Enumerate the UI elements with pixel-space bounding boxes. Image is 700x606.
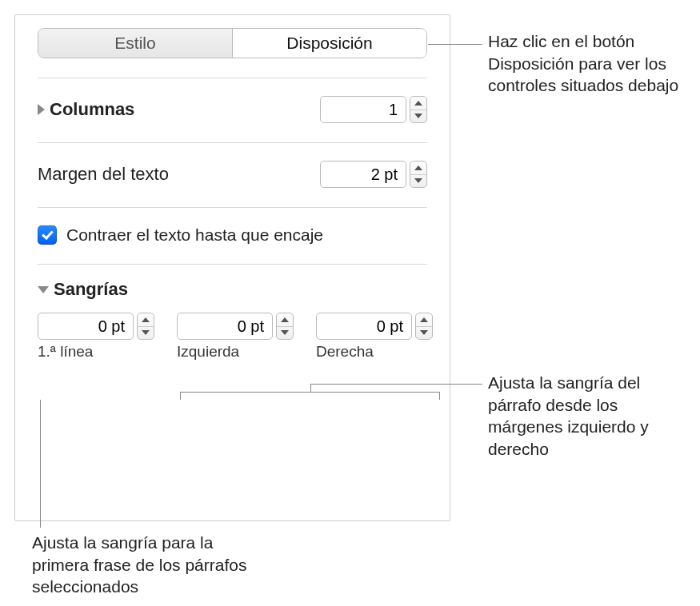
columns-label[interactable]: Columnas (38, 99, 134, 120)
text-margin-label: Margen del texto (38, 164, 169, 185)
chevron-up-icon (414, 165, 422, 170)
callout-layout: Haz clic en el botón Disposición para ve… (488, 30, 696, 97)
indent-left-up[interactable] (277, 313, 293, 327)
indent-left-caption: Izquierda (177, 343, 239, 361)
callout-leader (310, 384, 482, 385)
tab-style[interactable]: Estilo (38, 29, 233, 58)
indent-left-col: Izquierda (177, 313, 294, 361)
text-margin-row: Margen del texto (38, 161, 427, 188)
indent-first-down[interactable] (138, 327, 154, 340)
chevron-down-icon (414, 114, 422, 118)
shrink-row: Contraer el texto hasta que encaje (38, 225, 427, 245)
chevron-up-icon (420, 317, 428, 322)
text-margin-stepper (320, 161, 427, 188)
indent-right-caption: Derecha (316, 343, 374, 361)
chevron-up-icon (414, 101, 422, 106)
text-margin-step-up[interactable] (410, 161, 426, 175)
indent-left-down[interactable] (277, 327, 293, 340)
indent-left-buttons (276, 313, 294, 340)
indent-right-stepper (316, 313, 433, 340)
callout-bracket (180, 392, 440, 400)
indents-row: 1.ª línea Izquierda Derecha (38, 313, 427, 361)
callout-leader (428, 44, 482, 45)
columns-stepper-buttons (410, 96, 427, 123)
indent-right-col: Derecha (316, 313, 433, 361)
indent-right-input[interactable] (316, 313, 412, 340)
chevron-down-icon (142, 330, 150, 335)
divider (38, 142, 427, 143)
indent-left-input[interactable] (177, 313, 273, 340)
indent-first-caption: 1.ª línea (38, 343, 93, 361)
chevron-down-icon (38, 286, 49, 293)
text-margin-step-down[interactable] (410, 175, 426, 188)
indent-right-buttons (415, 313, 433, 340)
callout-leader (40, 400, 41, 528)
divider (38, 264, 427, 265)
layout-panel: Estilo Disposición Columnas Margen del t… (14, 14, 450, 521)
tabs-segmented: Estilo Disposición (38, 28, 427, 58)
divider (38, 78, 427, 78)
indent-first-col: 1.ª línea (38, 313, 154, 361)
columns-label-text: Columnas (50, 99, 134, 120)
shrink-checkbox[interactable] (38, 225, 57, 245)
indent-right-down[interactable] (416, 327, 432, 340)
shrink-label: Contraer el texto hasta que encaje (66, 225, 323, 245)
callout-left-right: Ajusta la sangría del párrafo desde los … (488, 372, 696, 460)
tab-layout[interactable]: Disposición (233, 29, 426, 58)
chevron-down-icon (414, 178, 422, 183)
chevron-up-icon (142, 317, 150, 322)
checkmark-icon (42, 228, 54, 240)
chevron-down-icon (281, 330, 289, 335)
indents-header[interactable]: Sangrías (38, 279, 427, 300)
text-margin-stepper-buttons (410, 161, 427, 188)
callout-first-line: Ajusta la sangría para la primera frase … (32, 532, 264, 598)
columns-input[interactable] (320, 96, 406, 123)
text-margin-input[interactable] (320, 161, 406, 188)
indent-first-buttons (137, 313, 154, 340)
chevron-right-icon (38, 104, 45, 115)
indent-first-input[interactable] (38, 313, 134, 340)
indent-right-up[interactable] (416, 313, 432, 327)
columns-stepper (320, 96, 427, 123)
divider (38, 207, 427, 208)
indent-left-stepper (177, 313, 294, 340)
columns-row: Columnas (38, 96, 427, 123)
indent-first-up[interactable] (138, 313, 154, 327)
columns-step-up[interactable] (410, 97, 426, 110)
indent-first-stepper (38, 313, 154, 340)
chevron-up-icon (281, 317, 289, 322)
columns-step-down[interactable] (410, 110, 426, 123)
callout-bracket-tick (310, 384, 311, 392)
chevron-down-icon (420, 330, 428, 335)
indents-label: Sangrías (54, 279, 128, 300)
